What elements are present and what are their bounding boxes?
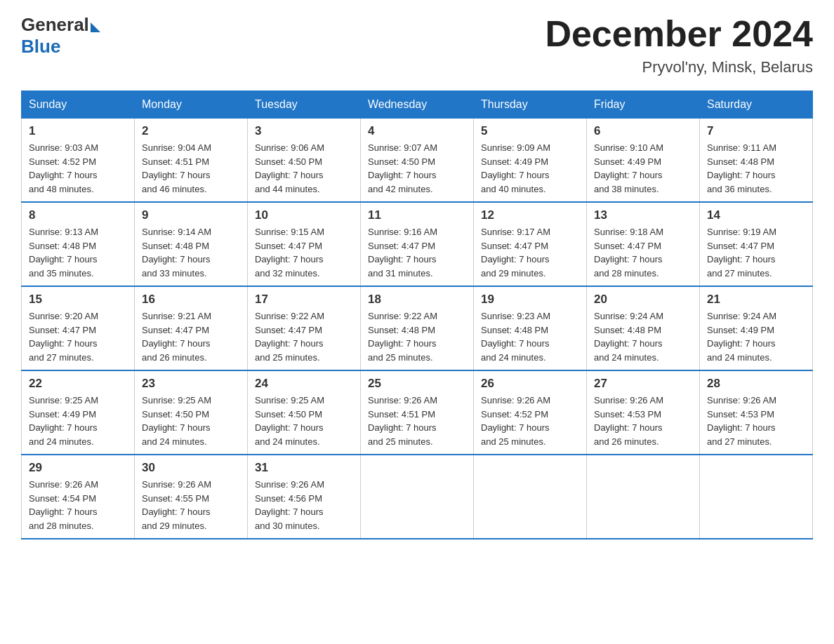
table-row: 26 Sunrise: 9:26 AM Sunset: 4:52 PM Dayl… (474, 370, 587, 455)
logo-blue: Blue (21, 36, 60, 58)
day-number: 29 (29, 461, 127, 475)
table-row: 8 Sunrise: 9:13 AM Sunset: 4:48 PM Dayli… (22, 202, 135, 286)
day-number: 1 (29, 124, 127, 138)
calendar-header-row: Sunday Monday Tuesday Wednesday Thursday… (22, 91, 813, 119)
location-subtitle: Pryvol'ny, Minsk, Belarus (545, 58, 813, 76)
table-row (700, 455, 813, 539)
day-number: 9 (142, 208, 240, 222)
day-number: 12 (481, 208, 579, 222)
day-info: Sunrise: 9:03 AM Sunset: 4:52 PM Dayligh… (29, 141, 127, 196)
table-row: 4 Sunrise: 9:07 AM Sunset: 4:50 PM Dayli… (361, 119, 474, 203)
day-info: Sunrise: 9:26 AM Sunset: 4:54 PM Dayligh… (29, 478, 127, 532)
day-info: Sunrise: 9:07 AM Sunset: 4:50 PM Dayligh… (368, 141, 466, 196)
table-row: 31 Sunrise: 9:26 AM Sunset: 4:56 PM Dayl… (248, 455, 361, 539)
day-info: Sunrise: 9:21 AM Sunset: 4:47 PM Dayligh… (142, 309, 240, 364)
day-number: 7 (707, 124, 805, 138)
table-row: 16 Sunrise: 9:21 AM Sunset: 4:47 PM Dayl… (135, 286, 248, 370)
day-number: 31 (255, 461, 353, 475)
day-info: Sunrise: 9:18 AM Sunset: 4:47 PM Dayligh… (594, 225, 692, 280)
day-number: 21 (707, 293, 805, 307)
title-section: December 2024 Pryvol'ny, Minsk, Belarus (545, 14, 813, 76)
day-number: 20 (594, 293, 692, 307)
logo-triangle-icon (91, 22, 100, 32)
day-info: Sunrise: 9:22 AM Sunset: 4:47 PM Dayligh… (255, 309, 353, 364)
day-number: 3 (255, 124, 353, 138)
table-row: 25 Sunrise: 9:26 AM Sunset: 4:51 PM Dayl… (361, 370, 474, 455)
table-row: 20 Sunrise: 9:24 AM Sunset: 4:48 PM Dayl… (587, 286, 700, 370)
table-row: 17 Sunrise: 9:22 AM Sunset: 4:47 PM Dayl… (248, 286, 361, 370)
day-info: Sunrise: 9:10 AM Sunset: 4:49 PM Dayligh… (594, 141, 692, 196)
calendar-week-2: 8 Sunrise: 9:13 AM Sunset: 4:48 PM Dayli… (22, 202, 813, 286)
table-row: 21 Sunrise: 9:24 AM Sunset: 4:49 PM Dayl… (700, 286, 813, 370)
day-number: 26 (481, 377, 579, 391)
day-info: Sunrise: 9:13 AM Sunset: 4:48 PM Dayligh… (29, 225, 127, 280)
table-row: 22 Sunrise: 9:25 AM Sunset: 4:49 PM Dayl… (22, 370, 135, 455)
header-wednesday: Wednesday (361, 91, 474, 119)
table-row: 5 Sunrise: 9:09 AM Sunset: 4:49 PM Dayli… (474, 119, 587, 203)
day-number: 23 (142, 377, 240, 391)
table-row: 15 Sunrise: 9:20 AM Sunset: 4:47 PM Dayl… (22, 286, 135, 370)
header-tuesday: Tuesday (248, 91, 361, 119)
day-info: Sunrise: 9:14 AM Sunset: 4:48 PM Dayligh… (142, 225, 240, 280)
day-info: Sunrise: 9:25 AM Sunset: 4:50 PM Dayligh… (142, 394, 240, 448)
day-info: Sunrise: 9:26 AM Sunset: 4:56 PM Dayligh… (255, 478, 353, 532)
calendar-table: Sunday Monday Tuesday Wednesday Thursday… (21, 90, 813, 539)
header-thursday: Thursday (474, 91, 587, 119)
day-number: 8 (29, 208, 127, 222)
day-info: Sunrise: 9:22 AM Sunset: 4:48 PM Dayligh… (368, 309, 466, 364)
day-info: Sunrise: 9:25 AM Sunset: 4:49 PM Dayligh… (29, 394, 127, 448)
table-row: 27 Sunrise: 9:26 AM Sunset: 4:53 PM Dayl… (587, 370, 700, 455)
table-row: 7 Sunrise: 9:11 AM Sunset: 4:48 PM Dayli… (700, 119, 813, 203)
day-number: 4 (368, 124, 466, 138)
table-row: 2 Sunrise: 9:04 AM Sunset: 4:51 PM Dayli… (135, 119, 248, 203)
month-title: December 2024 (545, 14, 813, 54)
table-row: 29 Sunrise: 9:26 AM Sunset: 4:54 PM Dayl… (22, 455, 135, 539)
table-row: 9 Sunrise: 9:14 AM Sunset: 4:48 PM Dayli… (135, 202, 248, 286)
day-info: Sunrise: 9:06 AM Sunset: 4:50 PM Dayligh… (255, 141, 353, 196)
table-row: 6 Sunrise: 9:10 AM Sunset: 4:49 PM Dayli… (587, 119, 700, 203)
day-info: Sunrise: 9:04 AM Sunset: 4:51 PM Dayligh… (142, 141, 240, 196)
table-row: 30 Sunrise: 9:26 AM Sunset: 4:55 PM Dayl… (135, 455, 248, 539)
header-sunday: Sunday (22, 91, 135, 119)
table-row: 12 Sunrise: 9:17 AM Sunset: 4:47 PM Dayl… (474, 202, 587, 286)
day-number: 18 (368, 293, 466, 307)
calendar-week-5: 29 Sunrise: 9:26 AM Sunset: 4:54 PM Dayl… (22, 455, 813, 539)
day-info: Sunrise: 9:20 AM Sunset: 4:47 PM Dayligh… (29, 309, 127, 364)
calendar-week-1: 1 Sunrise: 9:03 AM Sunset: 4:52 PM Dayli… (22, 119, 813, 203)
table-row: 10 Sunrise: 9:15 AM Sunset: 4:47 PM Dayl… (248, 202, 361, 286)
day-info: Sunrise: 9:25 AM Sunset: 4:50 PM Dayligh… (255, 394, 353, 448)
day-number: 5 (481, 124, 579, 138)
day-info: Sunrise: 9:26 AM Sunset: 4:51 PM Dayligh… (368, 394, 466, 448)
day-number: 2 (142, 124, 240, 138)
day-number: 27 (594, 377, 692, 391)
day-number: 25 (368, 377, 466, 391)
day-info: Sunrise: 9:24 AM Sunset: 4:48 PM Dayligh… (594, 309, 692, 364)
table-row: 3 Sunrise: 9:06 AM Sunset: 4:50 PM Dayli… (248, 119, 361, 203)
table-row: 28 Sunrise: 9:26 AM Sunset: 4:53 PM Dayl… (700, 370, 813, 455)
day-number: 15 (29, 293, 127, 307)
table-row: 23 Sunrise: 9:25 AM Sunset: 4:50 PM Dayl… (135, 370, 248, 455)
day-number: 22 (29, 377, 127, 391)
calendar-week-4: 22 Sunrise: 9:25 AM Sunset: 4:49 PM Dayl… (22, 370, 813, 455)
day-number: 16 (142, 293, 240, 307)
table-row (587, 455, 700, 539)
day-number: 19 (481, 293, 579, 307)
table-row: 13 Sunrise: 9:18 AM Sunset: 4:47 PM Dayl… (587, 202, 700, 286)
day-number: 30 (142, 461, 240, 475)
table-row: 18 Sunrise: 9:22 AM Sunset: 4:48 PM Dayl… (361, 286, 474, 370)
day-info: Sunrise: 9:17 AM Sunset: 4:47 PM Dayligh… (481, 225, 579, 280)
table-row: 24 Sunrise: 9:25 AM Sunset: 4:50 PM Dayl… (248, 370, 361, 455)
table-row: 19 Sunrise: 9:23 AM Sunset: 4:48 PM Dayl… (474, 286, 587, 370)
day-info: Sunrise: 9:26 AM Sunset: 4:55 PM Dayligh… (142, 478, 240, 532)
day-info: Sunrise: 9:16 AM Sunset: 4:47 PM Dayligh… (368, 225, 466, 280)
day-info: Sunrise: 9:26 AM Sunset: 4:52 PM Dayligh… (481, 394, 579, 448)
day-info: Sunrise: 9:23 AM Sunset: 4:48 PM Dayligh… (481, 309, 579, 364)
day-info: Sunrise: 9:15 AM Sunset: 4:47 PM Dayligh… (255, 225, 353, 280)
header-monday: Monday (135, 91, 248, 119)
day-info: Sunrise: 9:11 AM Sunset: 4:48 PM Dayligh… (707, 141, 805, 196)
day-info: Sunrise: 9:24 AM Sunset: 4:49 PM Dayligh… (707, 309, 805, 364)
logo: General Blue (21, 14, 100, 58)
day-number: 17 (255, 293, 353, 307)
table-row: 11 Sunrise: 9:16 AM Sunset: 4:47 PM Dayl… (361, 202, 474, 286)
table-row (474, 455, 587, 539)
